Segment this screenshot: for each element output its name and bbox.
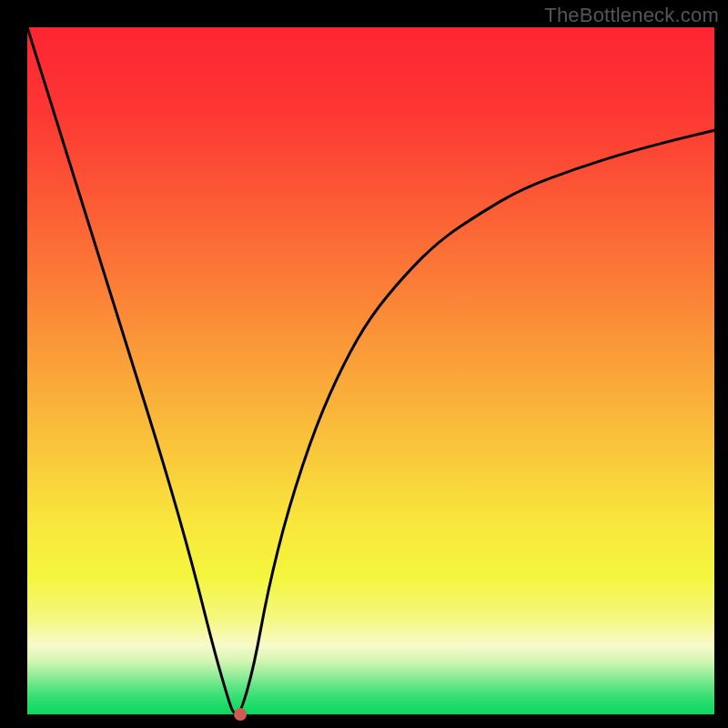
bottleneck-chart — [0, 0, 728, 728]
plot-background — [27, 27, 714, 714]
optimum-marker — [234, 708, 247, 721]
chart-frame: TheBottleneck.com — [0, 0, 728, 728]
